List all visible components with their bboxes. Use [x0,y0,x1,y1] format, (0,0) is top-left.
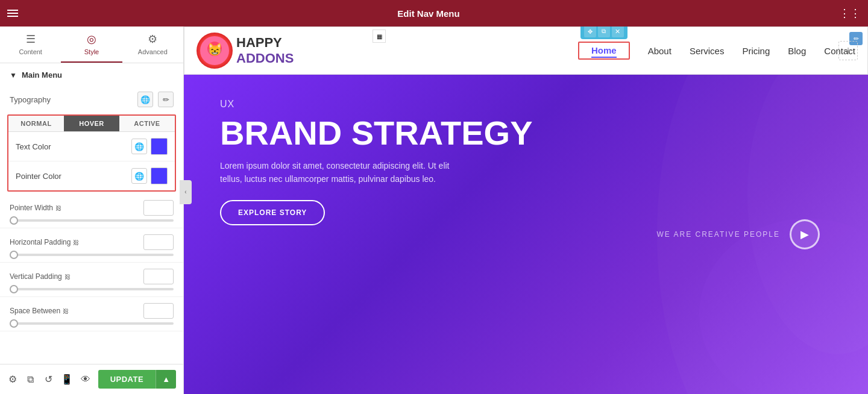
tab-advanced[interactable]: ⚙ Advanced [122,27,183,63]
section-icon[interactable]: ▦ [373,30,386,43]
update-button[interactable]: UPDATE [98,370,156,389]
text-color-row: Text Color 🌐 [8,132,175,161]
layers-bottom-icon[interactable]: ⧉ [25,371,36,389]
nav-link-about[interactable]: About [648,46,671,56]
style-icon: ◎ [87,33,96,46]
bottom-bar: ⚙ ⧉ ↺ 📱 👁 UPDATE ▲ [0,364,183,394]
update-dropdown-button[interactable]: ▲ [156,370,176,389]
state-tabs: NORMAL HOVER ACTIVE [8,116,175,132]
nav-link-pricing[interactable]: Pricing [742,46,770,56]
horizontal-padding-label-row: Horizontal Padding ⛓ [10,234,174,250]
space-between-link-icon: ⛓ [63,308,69,314]
horizontal-padding-slider[interactable] [10,254,174,256]
hero-small-text: UX [220,99,832,110]
pointer-color-globe-btn[interactable]: 🌐 [131,168,147,184]
svg-text:😸: 😸 [207,42,222,57]
state-tabs-container: NORMAL HOVER ACTIVE Text Color 🌐 Pointer… [7,114,176,192]
tab-content[interactable]: ☰ Content [0,27,61,63]
toolbar-close-btn[interactable]: ✕ [612,27,624,37]
toolbar-duplicate-btn[interactable]: ⧉ [598,27,610,37]
pointer-color-label: Pointer Color [16,172,61,181]
space-between-input[interactable] [143,303,174,319]
state-tab-active[interactable]: ACTIVE [119,116,175,131]
advanced-icon: ⚙ [148,33,157,46]
tab-style[interactable]: ◎ Style [61,27,122,63]
horizontal-padding-input[interactable] [143,234,174,250]
hero-explore-btn[interactable]: EXPLORE STORY [220,200,325,225]
space-between-track [10,322,174,325]
typography-edit-btn[interactable]: ✏ [158,92,174,107]
update-group: UPDATE ▲ [98,370,176,389]
text-color-label: Text Color [16,142,51,151]
vertical-padding-link-icon: ⛓ [64,274,71,280]
horizontal-padding-track [10,254,174,256]
pointer-width-label: Pointer Width ⛓ [10,204,61,212]
text-color-globe-btn[interactable]: 🌐 [131,139,147,154]
typography-label: Typography [10,95,51,104]
horizontal-padding-section: Horizontal Padding ⛓ [0,228,183,263]
hero-brand-text: BRAND STRATEGY [220,114,832,152]
nav-link-services[interactable]: Services [690,46,725,56]
vertical-padding-track [10,288,174,290]
logo-text: HAPPY ADDONS [236,35,294,67]
undo-bottom-icon[interactable]: ↺ [43,371,54,389]
logo-addons: ADDONS [236,51,294,66]
section-title: Main Menu [22,70,62,80]
typography-row: Typography 🌐 ✏ [0,87,183,112]
main-menu-section[interactable]: ▼ Main Menu [0,63,183,87]
hero-body-text: Lorem ipsum dolor sit amet, consectetur … [220,159,473,186]
main-layout: ☰ Content ◎ Style ⚙ Advanced ▼ Main Menu… [0,27,868,394]
canvas-nav-logo: 😸 HAPPY ADDONS [197,33,294,69]
vertical-padding-label: Vertical Padding ⛓ [10,272,71,281]
nav-link-home[interactable]: Home [591,45,617,58]
pointer-color-row: Pointer Color 🌐 [8,161,175,190]
mobile-bottom-icon[interactable]: 📱 [61,371,73,389]
toolbar-move-btn[interactable]: ✥ [584,27,596,37]
vertical-padding-input[interactable] [143,269,174,284]
pointer-width-section: Pointer Width ⛓ [0,194,183,228]
typography-actions: 🌐 ✏ [137,92,174,107]
tab-advanced-label: Advanced [138,48,168,55]
pointer-color-swatch[interactable] [151,167,168,184]
home-link-wrapper: ✥ ⧉ ✕ Home [578,42,630,60]
vertical-padding-section: Vertical Padding ⛓ [0,263,183,297]
horizontal-padding-label: Horizontal Padding ⛓ [10,238,79,246]
canvas-area: ▦ 😸 HAPPY ADDONS [184,27,868,394]
space-between-label-row: Space Between ⛓ [10,303,174,319]
nav-link-blog[interactable]: Blog [788,46,806,56]
sidebar-tabs: ☰ Content ◎ Style ⚙ Advanced [0,27,183,63]
sidebar: ☰ Content ◎ Style ⚙ Advanced ▼ Main Menu… [0,27,184,394]
pointer-color-controls: 🌐 [131,167,168,184]
pointer-width-link-icon: ⛓ [55,205,61,211]
text-color-swatch[interactable] [151,138,168,155]
gear-bottom-icon[interactable]: ⚙ [7,371,18,389]
pointer-width-track [10,219,174,222]
logo-icon: 😸 [197,33,233,69]
eye-bottom-icon[interactable]: 👁 [80,371,91,389]
page-title: Edit Nav Menu [25,8,832,19]
canvas-nav-links: ✥ ⧉ ✕ Home About Services Pricing Blog C… [578,42,855,60]
typography-globe-btn[interactable]: 🌐 [137,92,153,107]
pointer-width-input[interactable] [143,200,174,216]
sidebar-collapse-btn[interactable]: ‹ [180,180,192,204]
tab-style-label: Style [84,48,99,55]
canvas-nav: ▦ 😸 HAPPY ADDONS [184,27,868,75]
section-arrow: ▼ [10,71,17,80]
horizontal-padding-link-icon: ⛓ [73,239,79,246]
grid-icon[interactable]: ⋮⋮ [839,7,861,20]
content-icon: ☰ [26,33,36,46]
hero-play-btn[interactable]: ▶ [790,219,820,249]
state-tab-hover[interactable]: HOVER [64,116,119,131]
vertical-padding-slider[interactable] [10,288,174,290]
text-color-controls: 🌐 [131,138,168,155]
nav-element-toolbar: ✥ ⧉ ✕ [580,27,627,39]
state-tab-normal[interactable]: NORMAL [8,116,64,131]
logo-happy: HAPPY [236,35,294,51]
tab-content-label: Content [19,48,42,55]
space-between-label: Space Between ⛓ [10,307,69,315]
space-between-slider[interactable] [10,322,174,325]
hero-creative-text: WE ARE CREATIVE PEOPLE [657,230,781,239]
canvas-add-btn[interactable]: + [838,41,858,60]
hamburger-icon[interactable] [7,10,18,17]
pointer-width-slider[interactable] [10,219,174,222]
